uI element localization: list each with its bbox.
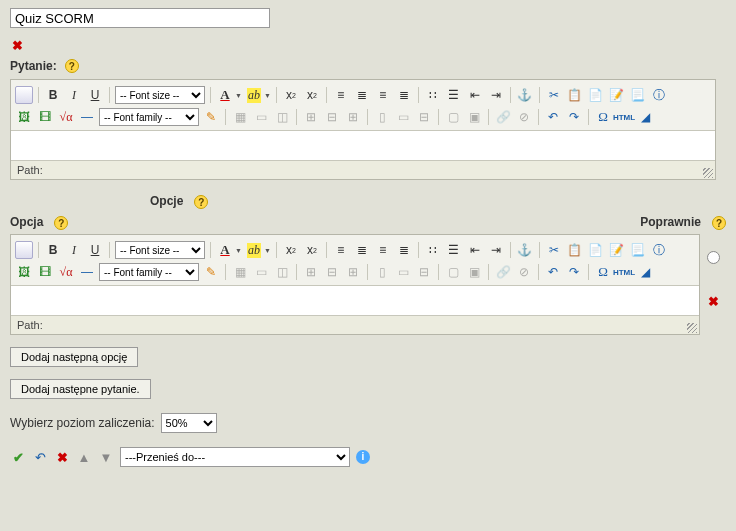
option-textarea[interactable] <box>11 285 699 315</box>
table-border-icon[interactable]: ▢ <box>444 263 462 281</box>
underline-icon[interactable]: U <box>86 86 104 104</box>
insert-col-icon[interactable]: ⊞ <box>344 263 362 281</box>
align-left-icon[interactable]: ≡ <box>332 86 350 104</box>
highlight-icon[interactable]: ab <box>245 86 263 104</box>
redo-icon[interactable]: ↷ <box>565 108 583 126</box>
ordered-list-icon[interactable]: ∷ <box>424 241 442 259</box>
editor-help-icon[interactable]: ⓘ <box>650 86 668 104</box>
undo-action-icon[interactable]: ↶ <box>32 449 48 465</box>
ordered-list-icon[interactable]: ∷ <box>424 86 442 104</box>
table-bg-icon[interactable]: ▣ <box>465 263 483 281</box>
edit-css-icon[interactable]: ✎ <box>202 108 220 126</box>
paste-word-icon[interactable]: 📃 <box>629 241 647 259</box>
paste-text-icon[interactable]: 📝 <box>608 86 626 104</box>
link-icon[interactable]: 🔗 <box>494 263 512 281</box>
cell-props-icon[interactable]: ◫ <box>273 263 291 281</box>
merge-cells-icon[interactable]: ▯ <box>373 108 391 126</box>
undo-icon[interactable]: ↶ <box>544 108 562 126</box>
align-justify-icon[interactable]: ≣ <box>395 86 413 104</box>
dropdown-caret-icon[interactable]: ▼ <box>264 92 271 99</box>
bold-icon[interactable]: B <box>44 86 62 104</box>
math-icon[interactable]: √α <box>57 108 75 126</box>
move-up-icon[interactable]: ▲ <box>76 449 92 465</box>
paste-text-icon[interactable]: 📝 <box>608 241 626 259</box>
underline-icon[interactable]: U <box>86 241 104 259</box>
align-justify-icon[interactable]: ≣ <box>395 241 413 259</box>
insert-row-icon[interactable]: ⊞ <box>302 108 320 126</box>
cut-icon[interactable]: ✂ <box>545 241 563 259</box>
delete-row-icon[interactable]: ⊟ <box>323 263 341 281</box>
help-icon[interactable]: ? <box>712 216 726 230</box>
move-to-select[interactable]: ---Przenieś do--- <box>120 447 350 467</box>
highlight-icon[interactable]: ab <box>245 241 263 259</box>
dropdown-caret-icon[interactable]: ▼ <box>264 247 271 254</box>
italic-icon[interactable]: I <box>65 241 83 259</box>
hr-icon[interactable]: — <box>78 108 96 126</box>
image-icon[interactable]: 🖼 <box>15 108 33 126</box>
help-icon[interactable]: ? <box>65 59 79 73</box>
confirm-icon[interactable]: ✔ <box>10 449 26 465</box>
bold-icon[interactable]: B <box>44 241 62 259</box>
anchor-icon[interactable]: ⚓ <box>516 86 534 104</box>
align-center-icon[interactable]: ≣ <box>353 86 371 104</box>
insert-col-icon[interactable]: ⊞ <box>344 108 362 126</box>
outdent-icon[interactable]: ⇤ <box>466 241 484 259</box>
table-icon[interactable]: ▦ <box>231 108 249 126</box>
unlink-icon[interactable]: ⊘ <box>515 108 533 126</box>
special-char-icon[interactable]: Ω <box>594 263 612 281</box>
insert-row-icon[interactable]: ⊞ <box>302 263 320 281</box>
dropdown-caret-icon[interactable]: ▼ <box>235 92 242 99</box>
delete-row-icon[interactable]: ⊟ <box>323 108 341 126</box>
split-cells-icon[interactable]: ▭ <box>394 263 412 281</box>
media-icon[interactable]: 🎞 <box>36 263 54 281</box>
italic-icon[interactable]: I <box>65 86 83 104</box>
subscript-icon[interactable]: x2 <box>282 241 300 259</box>
table-bg-icon[interactable]: ▣ <box>465 108 483 126</box>
add-question-button[interactable]: Dodaj następne pytanie. <box>10 379 151 399</box>
table-icon[interactable]: ▦ <box>231 263 249 281</box>
font-size-select[interactable]: -- Font size -- <box>115 241 205 259</box>
special-char-icon[interactable]: Ω <box>594 108 612 126</box>
eraser-icon[interactable]: ◢ <box>636 108 654 126</box>
undo-icon[interactable]: ↶ <box>544 263 562 281</box>
help-icon[interactable]: ? <box>194 195 208 209</box>
unordered-list-icon[interactable]: ☰ <box>445 86 463 104</box>
media-icon[interactable]: 🎞 <box>36 108 54 126</box>
paste-icon[interactable]: 📄 <box>587 241 605 259</box>
correct-radio[interactable] <box>707 251 720 264</box>
dropdown-caret-icon[interactable]: ▼ <box>235 247 242 254</box>
font-size-select[interactable]: -- Font size -- <box>115 86 205 104</box>
merge-cells-icon[interactable]: ▯ <box>373 263 391 281</box>
align-right-icon[interactable]: ≡ <box>374 86 392 104</box>
align-left-icon[interactable]: ≡ <box>332 241 350 259</box>
image-icon[interactable]: 🖼 <box>15 263 33 281</box>
cell-props-icon[interactable]: ◫ <box>273 108 291 126</box>
pass-level-select[interactable]: 50% <box>161 413 217 433</box>
font-family-select[interactable]: -- Font family -- <box>99 263 199 281</box>
unordered-list-icon[interactable]: ☰ <box>445 241 463 259</box>
cut-icon[interactable]: ✂ <box>545 86 563 104</box>
delete-col-icon[interactable]: ⊟ <box>415 108 433 126</box>
font-color-icon[interactable]: A <box>216 241 234 259</box>
edit-css-icon[interactable]: ✎ <box>202 263 220 281</box>
subscript-icon[interactable]: x2 <box>282 86 300 104</box>
superscript-icon[interactable]: x2 <box>303 241 321 259</box>
newdoc-icon[interactable] <box>15 241 33 259</box>
row-props-icon[interactable]: ▭ <box>252 263 270 281</box>
hr-icon[interactable]: — <box>78 263 96 281</box>
math-icon[interactable]: √α <box>57 263 75 281</box>
delete-quiz-icon[interactable]: ✖ <box>12 38 23 53</box>
question-textarea[interactable] <box>11 130 715 160</box>
redo-icon[interactable]: ↷ <box>565 263 583 281</box>
align-right-icon[interactable]: ≡ <box>374 241 392 259</box>
split-cells-icon[interactable]: ▭ <box>394 108 412 126</box>
editor-help-icon[interactable]: ⓘ <box>650 241 668 259</box>
link-icon[interactable]: 🔗 <box>494 108 512 126</box>
quiz-title-input[interactable] <box>10 8 270 28</box>
delete-icon[interactable]: ✖ <box>54 449 70 465</box>
outdent-icon[interactable]: ⇤ <box>466 86 484 104</box>
delete-col-icon[interactable]: ⊟ <box>415 263 433 281</box>
resize-handle-icon[interactable] <box>703 168 713 178</box>
newdoc-icon[interactable] <box>15 86 33 104</box>
html-source-icon[interactable]: HTML <box>615 108 633 126</box>
